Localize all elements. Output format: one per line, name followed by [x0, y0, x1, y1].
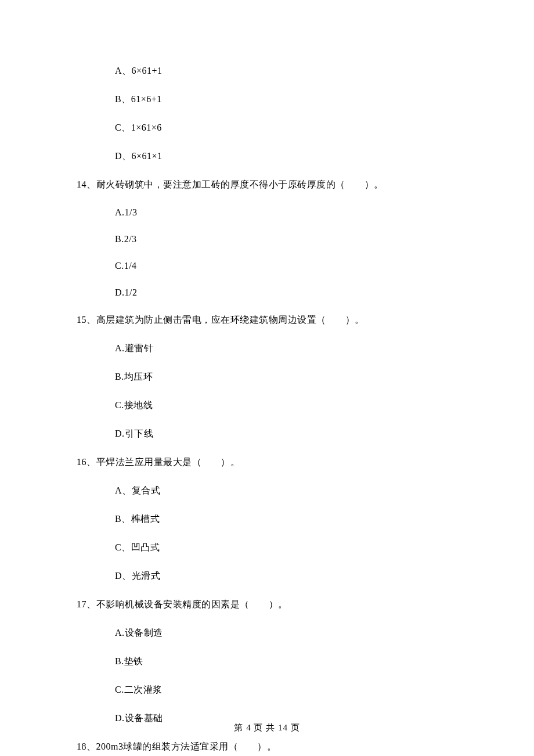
- q13-option-b: B、61×6+1: [77, 93, 534, 106]
- q16-option-c: C、凹凸式: [77, 542, 534, 554]
- q17-option-b: B.垫铁: [77, 656, 534, 668]
- q14-text: 14、耐火砖砌筑中，要注意加工砖的厚度不得小于原砖厚度的（ ）。: [77, 179, 534, 191]
- q15-option-d: D.引下线: [77, 428, 534, 440]
- q14-option-d: D.1/2: [77, 287, 534, 298]
- q13-option-c: C、1×61×6: [77, 122, 534, 134]
- q17-option-a: A.设备制造: [77, 627, 534, 639]
- q14-option-a: A.1/3: [77, 207, 534, 218]
- q16-option-b: B、榫槽式: [77, 513, 534, 525]
- q17-option-c: C.二次灌浆: [77, 684, 534, 696]
- q16-option-d: D、光滑式: [77, 570, 534, 582]
- q16-text: 16、平焊法兰应用量最大是（ ）。: [77, 456, 534, 469]
- q15-text: 15、高层建筑为防止侧击雷电，应在环绕建筑物周边设置（ ）。: [77, 314, 534, 326]
- q15-option-c: C.接地线: [77, 399, 534, 412]
- q18-text: 18、200m3球罐的组装方法适宜采用（ ）。: [77, 741, 534, 753]
- q14-option-c: C.1/4: [77, 261, 534, 271]
- q13-option-a: A、6×61+1: [77, 65, 534, 77]
- q15-option-a: A.避雷针: [77, 343, 534, 355]
- q14-option-b: B.2/3: [77, 234, 534, 244]
- q13-option-d: D、6×61×1: [77, 150, 534, 163]
- page-footer: 第 4 页 共 14 页: [0, 722, 534, 733]
- q16-option-a: A、复合式: [77, 485, 534, 497]
- document-content: A、6×61+1 B、61×6+1 C、1×61×6 D、6×61×1 14、耐…: [0, 65, 534, 753]
- q15-option-b: B.均压环: [77, 371, 534, 383]
- q17-text: 17、不影响机械设备安装精度的因素是（ ）。: [77, 599, 534, 611]
